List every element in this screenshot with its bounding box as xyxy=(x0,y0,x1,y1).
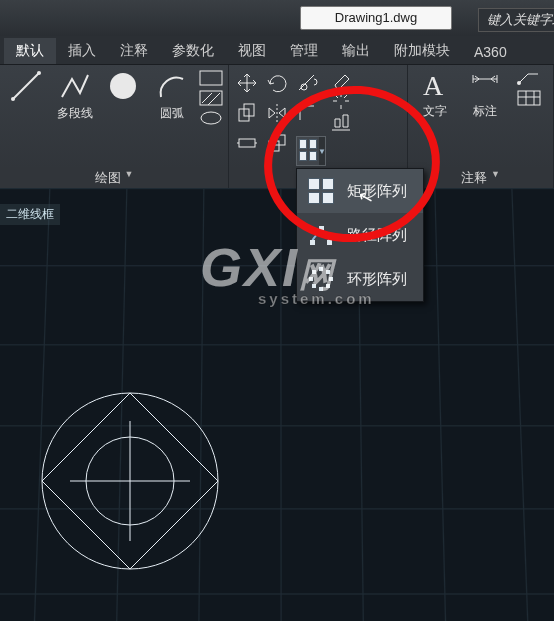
align-icon[interactable] xyxy=(329,113,353,133)
chevron-down-icon: ▼ xyxy=(125,169,134,187)
panel-draw: 多段线 圆弧 绘图 ▼ xyxy=(0,65,229,189)
flyout-polar-array-label: 环形阵列 xyxy=(347,270,407,289)
arc-label: 圆弧 xyxy=(160,105,184,122)
panel-annotate-title-text: 注释 xyxy=(461,169,487,187)
arc-tool[interactable]: 圆弧 xyxy=(150,69,195,125)
svg-rect-28 xyxy=(312,284,316,288)
erase-icon[interactable] xyxy=(329,69,353,89)
dimension-label: 标注 xyxy=(473,103,497,120)
polyline-icon xyxy=(58,69,92,103)
svg-rect-19 xyxy=(310,240,315,245)
tab-output[interactable]: 输出 xyxy=(330,38,382,64)
chevron-down-icon: ▼ xyxy=(491,169,500,187)
tab-manage[interactable]: 管理 xyxy=(278,38,330,64)
svg-rect-14 xyxy=(518,91,540,105)
polyline-label: 多段线 xyxy=(57,105,93,122)
svg-point-1 xyxy=(11,97,15,101)
svg-rect-23 xyxy=(329,277,333,281)
panel-draw-title-text: 绘图 xyxy=(95,169,121,187)
ribbon: 多段线 圆弧 绘图 ▼ xyxy=(0,65,554,190)
tab-a360[interactable]: A360 xyxy=(462,40,519,64)
svg-rect-9 xyxy=(239,139,255,147)
svg-rect-20 xyxy=(319,226,324,231)
line-tool[interactable] xyxy=(4,69,49,125)
path-array-icon xyxy=(305,219,337,251)
svg-rect-25 xyxy=(309,277,313,281)
arc-icon xyxy=(155,69,189,103)
explode-icon[interactable] xyxy=(329,91,353,111)
svg-rect-10 xyxy=(269,141,279,151)
move-icon[interactable] xyxy=(233,69,261,97)
table-icon[interactable] xyxy=(516,89,542,107)
tab-default[interactable]: 默认 xyxy=(4,38,56,64)
svg-rect-21 xyxy=(327,240,332,245)
dimension-icon xyxy=(469,69,501,101)
trim-icon[interactable] xyxy=(293,69,321,97)
document-title[interactable]: Drawing1.dwg xyxy=(300,6,452,30)
search-hint-button[interactable]: 键入关键字或 xyxy=(478,8,554,32)
chevron-down-icon[interactable]: ▼ xyxy=(319,137,325,165)
flyout-path-array[interactable]: 路径阵列 xyxy=(297,213,423,257)
drawing-canvas[interactable]: 二维线框 xyxy=(0,188,554,621)
svg-point-2 xyxy=(37,71,41,75)
fillet-icon[interactable] xyxy=(293,99,321,127)
hatch-icon[interactable] xyxy=(198,89,224,107)
ellipse-icon[interactable] xyxy=(198,109,224,127)
line-icon xyxy=(9,69,43,103)
text-label: 文字 xyxy=(423,103,447,120)
svg-rect-24 xyxy=(319,287,323,291)
svg-rect-11 xyxy=(275,135,285,145)
svg-rect-26 xyxy=(326,270,330,274)
svg-text:A: A xyxy=(423,70,444,101)
flyout-path-array-label: 路径阵列 xyxy=(347,226,407,245)
panel-draw-title[interactable]: 绘图 ▼ xyxy=(0,167,228,189)
text-tool[interactable]: A 文字 xyxy=(412,69,458,125)
visual-style-tag[interactable]: 二维线框 xyxy=(0,204,60,225)
leader-icon[interactable] xyxy=(516,69,542,87)
drawing-geometry xyxy=(30,381,230,581)
rect-array-icon xyxy=(299,139,317,161)
title-bar: Drawing1.dwg 键入关键字或 xyxy=(0,0,554,36)
tab-annotate[interactable]: 注释 xyxy=(108,38,160,64)
tab-insert[interactable]: 插入 xyxy=(56,38,108,64)
svg-rect-5 xyxy=(200,91,222,105)
tab-view[interactable]: 视图 xyxy=(226,38,278,64)
svg-line-0 xyxy=(13,73,39,99)
polar-array-icon xyxy=(305,263,337,295)
svg-rect-4 xyxy=(200,71,222,85)
dimension-tool[interactable]: 标注 xyxy=(462,69,508,125)
flyout-polar-array[interactable]: 环形阵列 xyxy=(297,257,423,301)
stretch-icon[interactable] xyxy=(233,129,261,157)
array-split-button[interactable]: ▼ xyxy=(296,136,326,166)
svg-point-13 xyxy=(517,81,521,85)
svg-point-3 xyxy=(110,73,136,99)
text-icon: A xyxy=(419,69,451,101)
rotate-icon[interactable] xyxy=(263,69,291,97)
svg-rect-29 xyxy=(312,270,316,274)
tab-parametric[interactable]: 参数化 xyxy=(160,38,226,64)
svg-point-6 xyxy=(201,112,221,124)
scale-icon[interactable] xyxy=(263,129,291,157)
panel-annotate-title[interactable]: 注释 ▼ xyxy=(408,167,553,189)
svg-rect-27 xyxy=(326,284,330,288)
rect-array-icon xyxy=(305,175,337,207)
rectangle-icon[interactable] xyxy=(198,69,224,87)
ribbon-tabs: 默认 插入 注释 参数化 视图 管理 输出 附加模块 A360 xyxy=(0,36,554,65)
mirror-icon[interactable] xyxy=(263,99,291,127)
tab-addins[interactable]: 附加模块 xyxy=(382,38,462,64)
polyline-tool[interactable]: 多段线 xyxy=(53,69,98,125)
circle-icon xyxy=(106,69,140,103)
svg-rect-22 xyxy=(319,267,323,271)
copy-icon[interactable] xyxy=(233,99,261,127)
circle-tool[interactable] xyxy=(101,69,146,125)
panel-annotate: A 文字 标注 注释 ▼ xyxy=(408,65,554,189)
